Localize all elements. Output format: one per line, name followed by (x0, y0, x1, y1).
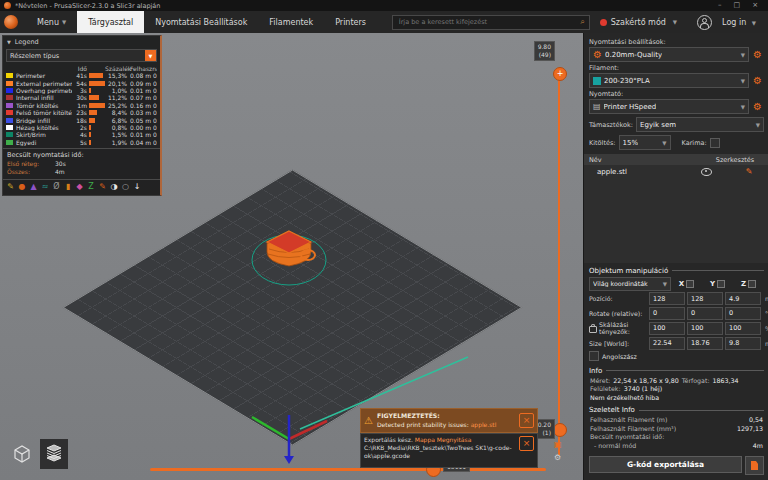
chevron-down-icon: ▼ (752, 20, 756, 26)
maximize-button[interactable]: □ (734, 2, 741, 9)
deretractions-icon[interactable]: ▲ (29, 182, 38, 192)
toolpaths-icon[interactable]: ○ (121, 182, 130, 192)
retractions-icon[interactable]: ● (18, 182, 27, 192)
close-icon[interactable]: × (519, 436, 534, 451)
minimize-button[interactable]: – (718, 2, 722, 9)
chevron-down-icon: ▼ (741, 78, 745, 84)
search-box[interactable]: ⌕ (392, 15, 590, 30)
export-gcode-button[interactable]: G-kód exportálása (589, 456, 742, 473)
mirror-x-button[interactable] (686, 280, 694, 288)
rotate-z-field[interactable]: 0 (725, 307, 761, 320)
warning-object-link[interactable]: apple.stl (471, 421, 497, 428)
close-button[interactable]: × (752, 2, 758, 9)
legend-row: Bridge infill18s 6,8%0.05 m 0.00 g (3, 116, 160, 123)
legend-toggle-icon[interactable]: ↓ (133, 182, 142, 192)
layers-icon (43, 443, 65, 465)
position-x-field[interactable]: 128 (649, 292, 685, 305)
seams-icon[interactable]: ≈ (41, 182, 50, 192)
feature-color-swatch (6, 73, 13, 78)
travel-icon[interactable]: ✎ (6, 182, 15, 192)
slider-settings-gear-icon[interactable]: ⚙ (554, 454, 561, 462)
print-bed (63, 170, 523, 446)
infill-label: Kitöltés: (589, 139, 616, 147)
size-z-field[interactable]: 9.8 (725, 337, 761, 350)
preview-view-button[interactable] (40, 439, 68, 469)
position-row: Pozíció: 128 128 4.9 mm (589, 292, 764, 305)
rotate-x-field[interactable]: 0 (649, 307, 685, 320)
position-z-field[interactable]: 4.9 (725, 292, 761, 305)
mirror-y-button[interactable] (717, 280, 725, 288)
viewport-3d[interactable]: ▼ Legend Részelem típus ▼ Idő Százalék F… (0, 33, 583, 480)
legend-row: Tömör kitöltés1m 25,2%0.16 m 0.00 g (3, 102, 160, 109)
info-panel: Info Méret:22,54 x 18,76 x 9,80 Térfogat… (584, 363, 768, 403)
tab-printers[interactable]: Printers (324, 11, 377, 33)
moves-slider[interactable] (150, 468, 546, 471)
color-changes-icon[interactable]: ▮ (64, 182, 73, 192)
one-layer-mode-icon[interactable]: ▣ (554, 441, 562, 449)
custom-gcode-icon[interactable]: Z (87, 182, 96, 192)
supports-label: Támasztékok: (589, 121, 633, 129)
tab-filaments[interactable]: Filamentek (258, 11, 324, 33)
mirror-z-button[interactable] (748, 280, 756, 288)
chevron-down-icon: ▼ (741, 104, 745, 110)
brim-checkbox[interactable] (710, 138, 720, 148)
printer-combo[interactable]: ▤ Printer HSpeed ▼ (589, 99, 749, 114)
preview-options-toolbar: ✎ ● ▲ ≈ Ø ▮ ◆ Z ✎ ◑ ○ ↓ (3, 179, 160, 195)
scale-x-field[interactable]: 100 (649, 322, 685, 335)
size-y-field[interactable]: 18.76 (687, 337, 723, 350)
scale-y-field[interactable]: 100 (687, 322, 723, 335)
legend-header[interactable]: ▼ Legend (3, 36, 160, 48)
feature-color-swatch (6, 140, 13, 145)
feature-color-swatch (6, 118, 13, 123)
tab-print-settings[interactable]: Nyomtatási Beállítások (144, 11, 258, 33)
layer-slider[interactable] (558, 73, 560, 455)
color-print-icon[interactable]: ◑ (110, 182, 119, 192)
filament-color-swatch (593, 77, 601, 85)
menu-button[interactable]: Menu ▼ (26, 11, 77, 33)
view-type-dropdown[interactable]: Részelem típus ▼ (6, 49, 157, 62)
edit-filament-gear-icon[interactable]: ⚙ (751, 76, 764, 86)
legend-row: Internal infill30s 11,2%0.07 m 0.00 g (3, 94, 160, 101)
mode-selector[interactable]: Szakértő mód ▼ (590, 18, 687, 27)
filament-combo[interactable]: 200-230°PLA ▼ (589, 73, 749, 88)
legend-row: Felső tömör kitöltés23s 8,4%0.03 m 0.00 … (3, 109, 160, 116)
edit-print-settings-gear-icon[interactable]: ⚙ (751, 50, 764, 60)
pause-prints-icon[interactable]: ◆ (75, 182, 84, 192)
shells-icon[interactable]: ✎ (98, 182, 107, 192)
open-folder-link[interactable]: Mappa Megnyitása (415, 436, 472, 443)
editor-view-button[interactable] (8, 439, 36, 469)
eye-icon[interactable] (701, 168, 712, 176)
layer-slider-lower-handle[interactable] (553, 423, 567, 437)
infill-combo[interactable]: 15% ▼ (619, 135, 671, 150)
uniform-scale-lock-icon[interactable] (589, 326, 597, 333)
export-to-sd-button[interactable] (745, 456, 764, 475)
dropdown-arrow-icon[interactable]: ▼ (145, 50, 156, 61)
tool-changes-icon[interactable]: Ø (52, 182, 61, 192)
edit-object-icon[interactable]: ✎ (734, 167, 764, 176)
size-x-field[interactable]: 22.54 (649, 337, 685, 350)
search-icon[interactable]: ⌕ (580, 18, 584, 26)
login-button[interactable]: Log in ▼ (722, 18, 760, 27)
feature-color-swatch (6, 81, 13, 86)
collapse-icon: ▼ (7, 39, 11, 45)
layer-slider-upper-handle[interactable]: + (553, 67, 567, 81)
print-settings-combo[interactable]: ⚙ 0.20mm-Quality ▼ (589, 47, 749, 62)
view-mode-toolbar (8, 439, 68, 469)
supports-combo[interactable]: Egyik sem ▼ (636, 117, 764, 132)
manipulation-title: Objektum manipuláció (589, 267, 764, 275)
object-row[interactable]: apple.stl ✎ (584, 165, 768, 178)
tab-plater[interactable]: Tárgyasztal (77, 11, 144, 33)
estimated-time-box: Becsült nyomtatási idő: Első réteg:30s Ö… (3, 148, 160, 177)
scale-z-field[interactable]: 100 (725, 322, 761, 335)
window-title: *Névtelen - PrusaSlicer-2.3.0 a Slic3r a… (15, 2, 160, 10)
inches-checkbox[interactable] (589, 351, 599, 361)
close-icon[interactable]: × (519, 413, 534, 428)
edit-printer-gear-icon[interactable]: ⚙ (751, 102, 764, 112)
position-y-field[interactable]: 128 (687, 292, 723, 305)
chevron-down-icon: ▼ (62, 19, 66, 25)
coordinates-combo[interactable]: Világ koordináták ▼ (589, 277, 671, 291)
rotate-y-field[interactable]: 0 (687, 307, 723, 320)
user-account-icon[interactable] (697, 15, 712, 30)
search-input[interactable] (397, 17, 581, 27)
legend-row: Egyedi5s 1,9%0.04 m 0.00 g (3, 139, 160, 146)
